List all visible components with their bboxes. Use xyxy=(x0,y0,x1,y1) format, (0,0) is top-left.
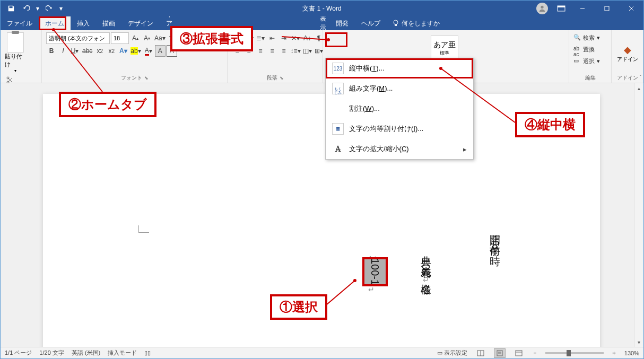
undo-dropdown[interactable]: ▾ xyxy=(34,2,41,15)
underline-button[interactable]: U▾ xyxy=(69,45,80,57)
tell-me[interactable]: 何をしますか xyxy=(387,16,445,30)
decrease-indent-button[interactable]: ⇤ xyxy=(267,32,277,44)
annotation-2: ②ホームタブ xyxy=(59,92,156,117)
change-case-button[interactable]: Aa▾ xyxy=(153,32,167,44)
status-mode[interactable]: 挿入モード xyxy=(108,349,137,357)
tab-draw[interactable]: 描画 xyxy=(96,16,121,30)
collapse-ribbon-button[interactable]: ˇ xyxy=(640,75,641,81)
text-effects-button[interactable]: A▾ xyxy=(118,45,128,57)
shrink-font-button[interactable]: A▾ xyxy=(142,32,152,44)
maximize-button[interactable] xyxy=(595,1,619,16)
ribbon-display-options-icon[interactable] xyxy=(553,2,569,15)
sort-button[interactable]: A↓ xyxy=(302,32,312,44)
menu-combine[interactable]: くみもじ 組み文字(M)... xyxy=(326,78,473,99)
menu-warichu[interactable]: 割注(W)... xyxy=(326,99,473,119)
zoom-level[interactable]: 130% xyxy=(624,350,639,356)
redo-button[interactable] xyxy=(43,2,56,15)
scale-icon: A̶ xyxy=(332,143,344,155)
addins-button[interactable]: ◆ アドイン xyxy=(617,44,638,63)
display-settings[interactable]: ▭ 表示設定 xyxy=(437,349,467,357)
clipboard-icon xyxy=(7,32,24,52)
zoom-slider[interactable] xyxy=(545,352,604,354)
menu-distribute[interactable]: ≣ 文字の均等割り付け(I)... xyxy=(326,119,473,139)
text-column-1[interactable]: 所 中区桜町100-1↵ xyxy=(360,248,387,294)
show-marks-button[interactable]: ¶ xyxy=(314,32,324,44)
window-title: 文書 1 - Word xyxy=(302,4,341,13)
zoom-out-button[interactable]: － xyxy=(532,349,538,357)
warichu-icon xyxy=(332,103,344,115)
print-layout-button[interactable] xyxy=(494,348,506,358)
font-name-select[interactable]: 游明朝 (本文のフォン xyxy=(46,32,110,44)
svg-point-7 xyxy=(394,20,398,24)
paragraph-mark-icon: ↵ xyxy=(422,276,430,284)
menu-tatechuyoko[interactable]: 123 縦中横(T)... xyxy=(326,58,473,78)
editing-group-label: 編集 xyxy=(573,74,607,82)
paragraph-launcher[interactable]: ⬊ xyxy=(280,75,284,81)
window-controls xyxy=(570,1,643,16)
svg-rect-2 xyxy=(558,6,565,7)
superscript-button[interactable]: x2 xyxy=(106,45,117,57)
paste-button[interactable]: 貼り付け ▾ xyxy=(5,32,26,73)
distributed-button[interactable]: ≡ xyxy=(279,45,289,57)
char-shading-button[interactable]: A xyxy=(155,45,166,57)
bold-button[interactable]: B xyxy=(46,45,57,57)
grow-font-button[interactable]: A▴ xyxy=(130,32,141,44)
borders-button[interactable]: ⊞▾ xyxy=(314,45,324,57)
read-mode-button[interactable] xyxy=(475,348,486,358)
svg-rect-8 xyxy=(395,24,397,26)
scroll-track[interactable] xyxy=(634,93,643,337)
close-button[interactable] xyxy=(619,1,643,16)
zoom-thumb[interactable] xyxy=(567,350,571,356)
select-button[interactable]: ▭選択▾ xyxy=(573,56,607,66)
save-button[interactable] xyxy=(5,2,18,15)
undo-button[interactable] xyxy=(20,2,32,15)
asian-layout-button[interactable]: ✕▾ xyxy=(290,32,301,44)
status-bar: 1/1 ページ 1/20 文字 英語 (米国) 挿入モード ▯▯ ▭ 表示設定 … xyxy=(1,347,643,358)
scroll-up-button[interactable]: ▴ xyxy=(634,83,643,93)
annotation-3: ③拡張書式 xyxy=(170,26,253,51)
tab-design[interactable]: デザイン xyxy=(121,16,160,30)
tab-file[interactable]: ファイル xyxy=(1,16,39,30)
macro-record-icon[interactable]: ▯▯ xyxy=(144,349,151,356)
selected-text[interactable]: 100-1 xyxy=(363,258,387,285)
qat-customize[interactable]: ▾ xyxy=(58,2,64,15)
status-page[interactable]: 1/1 ページ xyxy=(5,349,32,357)
paragraph-mark-icon: ↵ xyxy=(491,248,499,256)
tab-insert[interactable]: 挿入 xyxy=(71,16,96,30)
menu-scale[interactable]: A̶ 文字の拡大/縮小(C) ▸ xyxy=(326,139,473,159)
line-spacing-button[interactable]: ↕≡▾ xyxy=(290,45,301,57)
multilevel-button[interactable]: ≣▾ xyxy=(255,32,266,44)
highlight-button[interactable]: ab▾ xyxy=(129,45,142,57)
tab-home[interactable]: ホーム xyxy=(39,16,71,30)
justify-button[interactable]: ≡ xyxy=(267,45,277,57)
web-layout-button[interactable] xyxy=(513,348,525,358)
shading-button[interactable]: ◫▾ xyxy=(302,45,312,57)
tab-help[interactable]: ヘルプ xyxy=(355,16,387,30)
replace-button[interactable]: abac置換 xyxy=(573,44,607,55)
group-addins: ◆ アドイン アドイン xyxy=(612,30,643,83)
group-clipboard: 貼り付け ▾ クリップボード⬊ xyxy=(1,30,42,83)
status-words[interactable]: 1/20 文字 xyxy=(39,349,64,357)
style-normal[interactable]: あア亜 標準 xyxy=(431,36,458,61)
font-size-select[interactable]: 18 xyxy=(111,32,129,44)
group-editing: 🔍検索▾ abac置換 ▭選択▾ 編集 xyxy=(569,30,612,83)
vertical-scrollbar[interactable]: ▴ ▾ xyxy=(634,83,643,347)
text-column-2[interactable]: 典 先着100名様↵ xyxy=(414,248,438,284)
italic-button[interactable]: I xyxy=(58,45,68,57)
strike-button[interactable]: abc xyxy=(81,45,93,57)
scroll-down-button[interactable]: ▾ xyxy=(634,337,643,347)
font-color-button[interactable]: A▾ xyxy=(143,45,154,57)
addins-group-label: アドイン xyxy=(616,74,639,82)
subscript-button[interactable]: x2 xyxy=(94,45,105,57)
font-launcher[interactable]: ⬊ xyxy=(144,75,149,81)
increase-indent-button[interactable]: ⇥ xyxy=(279,32,289,44)
align-right-button[interactable]: ≡ xyxy=(255,45,266,57)
text-column-3[interactable]: 開店 午前９時↵ xyxy=(483,226,507,256)
zoom-in-button[interactable]: ＋ xyxy=(611,349,617,357)
tab-view[interactable]: 表示 xyxy=(314,16,329,30)
status-language[interactable]: 英語 (米国) xyxy=(72,349,100,357)
minimize-button[interactable] xyxy=(570,1,595,16)
find-button[interactable]: 🔍検索▾ xyxy=(573,32,607,43)
account-icon[interactable] xyxy=(536,3,548,14)
tab-developer[interactable]: 開発 xyxy=(329,16,355,30)
